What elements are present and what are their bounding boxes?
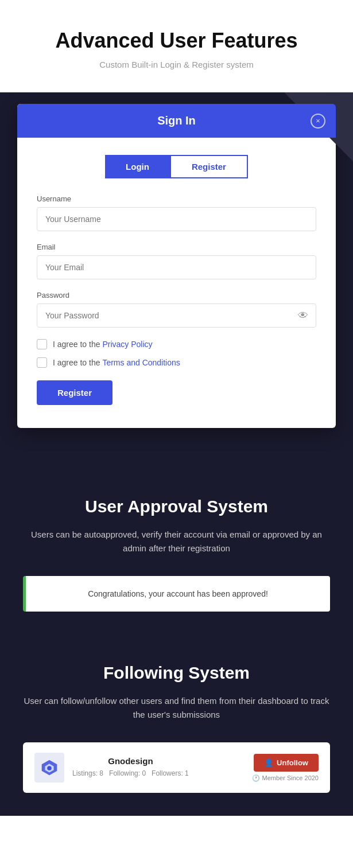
privacy-checkbox-row: I agree to the Privacy Policy — [37, 339, 316, 349]
svg-point-3 — [47, 766, 52, 770]
tab-switcher: Login Register — [37, 155, 316, 178]
terms-checkbox[interactable] — [37, 357, 47, 368]
user-avatar — [34, 753, 64, 783]
approval-banner-text: Congratulations, your account has been a… — [88, 589, 268, 598]
terms-text: I agree to the — [53, 358, 102, 367]
modal-close-button[interactable]: × — [311, 114, 325, 129]
password-field-group: Password 👁 — [37, 291, 316, 328]
approval-section: User Approval System Users can be autoap… — [0, 462, 353, 635]
page-title: Advanced User Features — [17, 29, 336, 53]
header-section: Advanced User Features Custom Built-in L… — [0, 0, 353, 92]
user-card-right: 👤 Unfollow 🕐 Member Since 2020 — [252, 754, 319, 782]
approval-banner: Congratulations, your account has been a… — [23, 576, 330, 612]
signin-modal: Sign In × Login Register Username Email — [17, 104, 336, 428]
terms-label: I agree to the Terms and Conditions — [53, 358, 180, 367]
user-following: Following: 0 — [109, 769, 146, 777]
password-input[interactable] — [37, 303, 316, 328]
user-icon: 👤 — [264, 758, 273, 767]
user-followers: Followers: 1 — [152, 769, 189, 777]
username-input[interactable] — [37, 207, 316, 231]
username-field-group: Username — [37, 194, 316, 231]
privacy-checkbox[interactable] — [37, 339, 47, 349]
following-title: Following System — [23, 663, 330, 683]
privacy-policy-link[interactable]: Privacy Policy — [102, 340, 152, 349]
user-info: Gnodesign Listings: 8 Following: 0 Follo… — [72, 756, 189, 779]
unfollow-button[interactable]: 👤 Unfollow — [254, 754, 319, 772]
password-input-wrap: 👁 — [37, 303, 316, 328]
modal-section: Sign In × Login Register Username Email — [0, 92, 353, 462]
page-subtitle: Custom Built-in Login & Register system — [17, 60, 336, 69]
privacy-text: I agree to the — [53, 340, 102, 349]
terms-checkbox-row: I agree to the Terms and Conditions — [37, 357, 316, 368]
email-label: Email — [37, 243, 316, 251]
tab-register[interactable]: Register — [170, 155, 248, 178]
email-input[interactable] — [37, 255, 316, 279]
unfollow-label: Unfollow — [277, 758, 308, 767]
user-listings: Listings: 8 — [72, 769, 103, 777]
user-card: Gnodesign Listings: 8 Following: 0 Follo… — [23, 742, 330, 793]
avatar-icon — [38, 757, 60, 779]
following-section: Following System User can follow/unfollo… — [0, 635, 353, 816]
user-name: Gnodesign — [72, 756, 189, 766]
member-since: 🕐 Member Since 2020 — [252, 774, 319, 782]
approval-description: Users can be autoapproved, verify their … — [23, 528, 330, 555]
modal-body: Login Register Username Email Password 👁 — [17, 138, 336, 428]
email-field-group: Email — [37, 243, 316, 279]
username-label: Username — [37, 194, 316, 203]
following-description: User can follow/unfollow other users and… — [23, 694, 330, 722]
user-card-left: Gnodesign Listings: 8 Following: 0 Follo… — [34, 753, 189, 783]
register-button[interactable]: Register — [37, 380, 113, 405]
modal-header: Sign In × — [17, 104, 336, 138]
modal-title: Sign In — [157, 114, 196, 127]
terms-link[interactable]: Terms and Conditions — [102, 358, 180, 367]
clock-icon: 🕐 — [252, 774, 260, 782]
user-stats: Listings: 8 Following: 0 Followers: 1 — [72, 768, 189, 779]
password-label: Password — [37, 291, 316, 299]
approval-title: User Approval System — [23, 497, 330, 516]
tab-login[interactable]: Login — [105, 155, 170, 178]
close-icon: × — [316, 116, 320, 125]
member-since-text: Member Since 2020 — [262, 774, 319, 781]
password-visibility-toggle[interactable]: 👁 — [298, 310, 308, 322]
privacy-label: I agree to the Privacy Policy — [53, 340, 153, 349]
